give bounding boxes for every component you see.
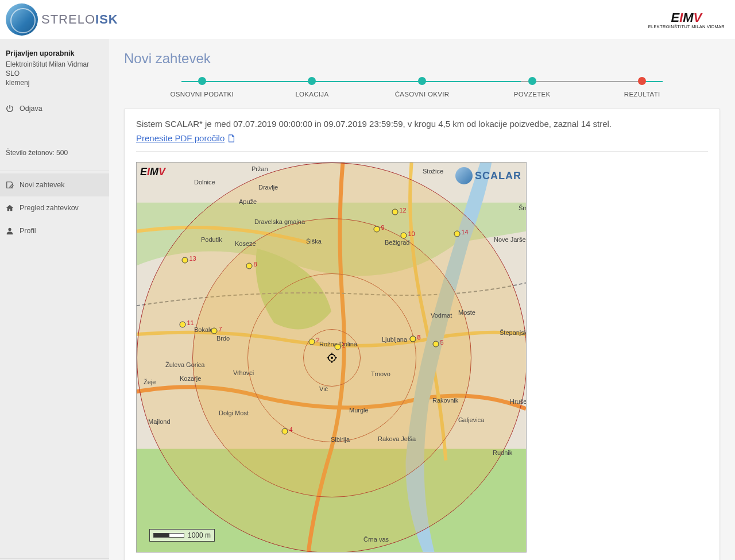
place-label: Koseze <box>235 240 256 247</box>
place-label: Rakovnik <box>432 397 458 404</box>
step-timeframe[interactable]: ČASOVNI OKVIR <box>367 77 477 98</box>
stepper: OSNOVNI PODATKI LOKACIJA ČASOVNI OKVIR P… <box>124 77 720 98</box>
place-label: Murgle <box>349 407 369 414</box>
place-label: Pržan <box>252 165 268 172</box>
strike-point-10[interactable]: 10 <box>401 233 407 239</box>
results-card: Sistem SCALAR* je med 07.07.2019 00:00:0… <box>124 108 720 560</box>
map[interactable]: EIMV SCALAR PržanDolniceDravljeApužeDrav… <box>136 162 527 553</box>
place-label: Štepanjsko naselje <box>500 329 527 336</box>
strike-point-7[interactable]: 7 <box>211 328 218 334</box>
map-center-icon <box>327 353 337 363</box>
place-label: Bežigrad <box>385 239 409 246</box>
pdf-icon <box>227 134 235 142</box>
place-label: Apuže <box>239 198 257 205</box>
svg-point-3 <box>331 357 333 359</box>
logout-button[interactable]: Odjava <box>0 97 109 120</box>
brand-logo-icon <box>6 3 38 36</box>
map-badge-scalar: SCALAR <box>455 167 521 184</box>
place-label: Dolgi Most <box>219 410 249 416</box>
place-label: Trnovo <box>371 370 390 377</box>
step-location[interactable]: LOKACIJA <box>257 77 368 98</box>
step-basic[interactable]: OSNOVNI PODATKI <box>147 77 257 98</box>
brand-left: STRELOISK <box>6 3 118 36</box>
place-label: Stožice <box>423 168 443 175</box>
place-label: Žuleva Gorica <box>165 361 204 368</box>
place-label: Podutik <box>201 236 222 243</box>
place-label: Šmartno <box>519 204 527 211</box>
user-name: Elektroinštitut Milan Vidmar SLOklemenj <box>6 60 103 88</box>
strike-point-5[interactable]: 5 <box>433 341 439 347</box>
strike-point-6[interactable]: 6 <box>410 336 416 342</box>
place-label: Kozarje <box>180 375 201 382</box>
place-label: Moste <box>458 309 475 316</box>
user-title: Prijavljen uporabnik <box>6 49 103 57</box>
place-label: Brdo <box>216 335 230 342</box>
edit-icon <box>6 181 14 189</box>
brand-right: EIMV ELEKTROINŠTITUT MILAN VIDMAR <box>648 10 725 29</box>
strike-point-12[interactable]: 12 <box>392 209 399 215</box>
place-label: Rakova Jelša <box>378 435 416 442</box>
place-label: Dolnice <box>194 179 215 186</box>
result-summary: Sistem SCALAR* je med 07.07.2019 00:00:0… <box>136 119 708 129</box>
strike-point-8[interactable]: 8 <box>246 263 253 269</box>
strike-point-4[interactable]: 4 <box>282 428 288 435</box>
page-title: Novi zahtevek <box>124 51 720 67</box>
nav-requests-overview[interactable]: Pregled zahtevkov <box>0 196 109 219</box>
home-icon <box>6 204 14 212</box>
scalar-logo-icon <box>455 167 473 184</box>
place-label: Hruševo <box>510 398 527 405</box>
place-label: Rudnik <box>493 449 512 456</box>
nav-profile[interactable]: Profil <box>0 219 109 242</box>
place-label: Galjevica <box>458 416 484 423</box>
strike-point-11[interactable]: 11 <box>180 322 186 328</box>
strike-point-13[interactable]: 13 <box>182 257 188 264</box>
place-label: Črna vas <box>363 536 389 543</box>
place-label: Vodmat <box>431 312 452 319</box>
place-label: Dravlje <box>258 184 278 191</box>
place-label: Šiška <box>306 238 322 245</box>
step-summary[interactable]: POVZETEK <box>477 77 587 98</box>
power-icon <box>6 105 14 113</box>
main-content: Novi zahtevek OSNOVNI PODATKI LOKACIJA Č… <box>109 39 735 560</box>
place-label: Vič <box>319 385 328 392</box>
place-label: Dravelska gmajna <box>254 218 305 225</box>
token-count: Število žetonov: 500 <box>0 149 109 168</box>
nav-new-request[interactable]: Novi zahtevek <box>0 173 109 196</box>
strike-point-9[interactable]: 9 <box>374 226 380 233</box>
place-label: Sibirija <box>331 436 350 443</box>
strike-point-2[interactable]: 2 <box>309 339 315 345</box>
header: STRELOISK EIMV ELEKTROINŠTITUT MILAN VID… <box>0 0 735 39</box>
place-label: Majlond <box>148 418 171 425</box>
sidebar: Prijavljen uporabnik Elektroinštitut Mil… <box>0 39 109 560</box>
user-icon <box>6 227 14 235</box>
place-label: Žeje <box>144 379 156 385</box>
download-pdf-link[interactable]: Prenesite PDF poročilo <box>136 133 235 143</box>
place-label: Nove Jarše <box>494 236 526 243</box>
step-results[interactable]: REZULTATI <box>587 77 697 98</box>
strike-point-1[interactable]: 1 <box>335 344 341 350</box>
strike-point-14[interactable]: 14 <box>454 231 461 237</box>
map-scale: 1000 m <box>149 529 215 542</box>
place-label: Ljubljana <box>382 336 407 343</box>
place-label: Vrhovci <box>233 369 254 376</box>
map-badge-eimv: EIMV <box>140 166 165 178</box>
